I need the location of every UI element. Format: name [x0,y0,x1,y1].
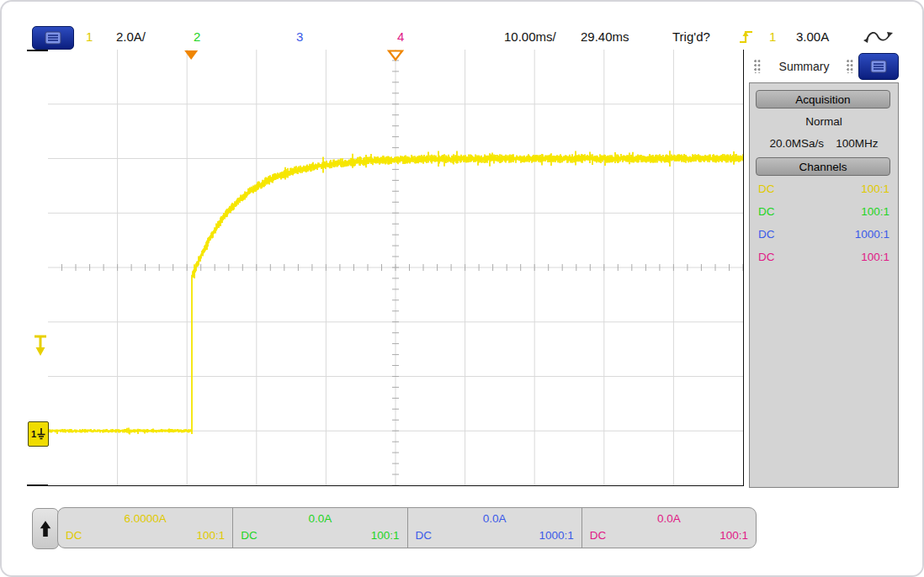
channel-probe-ratio: 100:1 [861,246,889,268]
trigger-point-marker[interactable] [184,50,198,60]
channel-probe-ratio: 100:1 [371,527,400,543]
waveform-display-area[interactable] [48,50,743,485]
channel-value: 0.0A [416,511,574,527]
summary-menu-button[interactable] [858,53,899,80]
channel-probe-ratio: 100:1 [861,200,889,223]
menu-icon [42,29,64,46]
channel-coupling: DC [66,527,82,543]
bandwidth: 100MHz [836,137,878,150]
trigger-level-marker[interactable] [33,334,48,361]
top-status-bar: 1 2.0A/ 2 3 4 10.00ms/ 29.40ms Trig'd? 1… [2,25,922,50]
waveform-canvas [48,50,743,485]
channel-probe-ratio: 100:1 [720,527,748,543]
channel-probe-ratio: 100:1 [861,177,889,200]
channel-4-info-panel[interactable]: 0.0A DC 100:1 [581,508,756,548]
time-reference-marker[interactable] [389,51,402,61]
up-arrow-icon [36,516,55,543]
acquisition-mode: Normal [750,115,898,128]
channel-coupling: DC [241,527,258,543]
channel-1-ground-marker[interactable]: 1 [28,421,49,447]
summary-panel: Acquisition Normal 20.0MSa/s 100MHz Chan… [749,82,899,488]
main-menu-button[interactable] [32,26,74,50]
summary-channel-1-row[interactable]: DC 100:1 [750,177,898,200]
channel-probe-ratio: 100:1 [196,527,225,543]
summary-channel-3-row[interactable]: DC 1000:1 [750,223,898,246]
timebase-readout[interactable]: 10.00ms/ [504,25,556,49]
channel-4-button[interactable]: 4 [397,25,404,49]
channel-3-info-panel[interactable]: 0.0A DC 1000:1 [407,508,581,548]
channel-value: 6.0000A [66,511,225,527]
channel-coupling: DC [758,200,775,223]
channels-button[interactable]: Channels [756,157,890,176]
summary-channel-2-row[interactable]: DC 100:1 [750,200,898,223]
channel-1-scale[interactable]: 2.0A/ [116,25,146,49]
drag-grip-right[interactable] [847,60,854,73]
acquisition-rates: 20.0MSa/s 100MHz [750,137,898,150]
channel-3-button[interactable]: 3 [296,25,303,49]
channel-value: 0.0A [590,511,748,527]
channel-coupling: DC [590,527,607,543]
oscilloscope-screen: 1 2.0A/ 2 3 4 10.00ms/ 29.40ms Trig'd? 1… [0,0,924,577]
trigger-source[interactable]: 1 [769,25,776,49]
summary-channel-4-row[interactable]: DC 100:1 [750,246,898,268]
menu-icon [868,58,889,75]
sample-rate: 20.0MSa/s [770,137,825,150]
acquisition-button[interactable]: Acquisition [756,90,890,109]
summary-panel-title: Summary [762,60,847,73]
summary-panel-header: Summary [749,52,899,81]
expand-footer-button[interactable] [32,508,59,549]
delay-readout[interactable]: 29.40ms [581,25,629,49]
trigger-level-readout[interactable]: 3.00A [796,25,829,49]
channel-coupling: DC [758,177,775,200]
ground-marker-label: 1 [31,429,36,439]
channel-coupling: DC [758,223,775,246]
ground-symbol-icon [37,428,45,440]
channel-value: 0.0A [241,511,399,527]
channel-info-bar: 6.0000A DC 100:1 0.0A DC 100:1 0.0A DC 1… [57,507,757,548]
channel-1-info-panel[interactable]: 6.0000A DC 100:1 [58,508,232,548]
channel-2-info-panel[interactable]: 0.0A DC 100:1 [232,508,406,548]
trigger-status: Trig'd? [672,25,710,49]
channel-coupling: DC [416,527,433,543]
channel-coupling: DC [758,246,775,268]
trigger-mode-cycle-icon[interactable] [862,29,894,53]
channel-probe-ratio: 1000:1 [539,527,573,543]
channel-1-button[interactable]: 1 [86,25,93,49]
channel-probe-ratio: 1000:1 [855,223,889,246]
drag-grip-left[interactable] [754,60,762,73]
channel-2-button[interactable]: 2 [194,25,200,49]
